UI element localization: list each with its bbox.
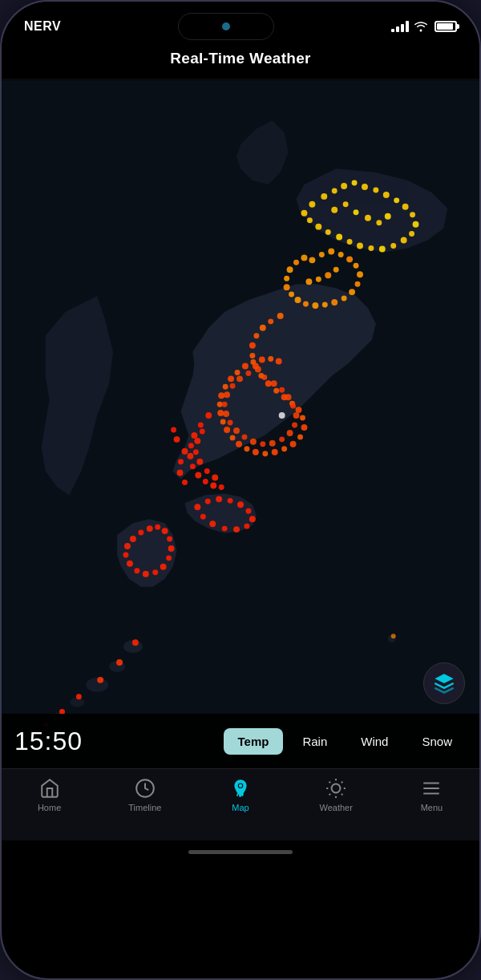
svg-point-104 — [187, 453, 193, 460]
svg-point-146 — [222, 526, 228, 532]
svg-point-140 — [228, 498, 233, 504]
filter-snow-button[interactable]: Snow — [407, 728, 467, 755]
nav-item-home[interactable]: Home — [2, 777, 97, 812]
svg-point-178 — [279, 412, 285, 419]
svg-point-31 — [301, 210, 307, 217]
svg-point-75 — [296, 407, 302, 413]
svg-point-144 — [244, 524, 249, 529]
svg-point-186 — [332, 784, 341, 793]
nav-item-timeline[interactable]: Timeline — [97, 777, 192, 812]
nav-item-map[interactable]: Map — [192, 777, 288, 812]
nav-item-menu[interactable]: Menu — [384, 777, 479, 812]
svg-point-29 — [315, 224, 321, 230]
svg-point-67 — [249, 342, 256, 349]
svg-point-68 — [249, 353, 255, 358]
svg-point-101 — [198, 423, 204, 428]
svg-point-138 — [205, 499, 211, 504]
timeline-icon — [134, 777, 156, 800]
nav-item-weather[interactable]: Weather — [289, 777, 384, 812]
svg-point-124 — [147, 525, 153, 532]
svg-point-125 — [155, 524, 160, 530]
filter-rain-button[interactable]: Rain — [288, 728, 342, 755]
svg-point-40 — [328, 248, 334, 254]
svg-point-17 — [402, 204, 409, 210]
svg-point-22 — [390, 243, 396, 249]
svg-point-173 — [224, 391, 230, 398]
svg-point-182 — [238, 784, 242, 788]
svg-point-163 — [287, 430, 293, 436]
svg-point-129 — [166, 555, 172, 561]
svg-point-24 — [368, 245, 374, 251]
home-bar — [188, 850, 293, 854]
filter-temp-button[interactable]: Temp — [224, 728, 284, 755]
svg-point-126 — [162, 528, 168, 534]
dynamic-island — [178, 13, 274, 40]
svg-point-103 — [188, 443, 194, 448]
svg-point-110 — [212, 475, 218, 481]
svg-point-13 — [362, 184, 368, 190]
svg-point-66 — [253, 333, 259, 338]
svg-point-169 — [233, 427, 240, 434]
svg-point-32 — [354, 209, 359, 215]
svg-point-167 — [250, 439, 257, 445]
battery-icon — [435, 21, 457, 32]
nav-label-map: Map — [232, 803, 249, 812]
phone-frame: NERV Real-Time Weathe — [0, 0, 481, 980]
svg-line-183 — [237, 794, 238, 796]
svg-point-55 — [284, 276, 289, 281]
svg-point-14 — [373, 187, 378, 192]
svg-point-107 — [203, 479, 208, 484]
svg-point-157 — [271, 380, 277, 387]
svg-point-145 — [233, 526, 240, 533]
svg-point-20 — [409, 231, 414, 237]
svg-point-58 — [301, 254, 307, 261]
svg-point-149 — [132, 639, 139, 646]
svg-point-108 — [210, 483, 216, 489]
svg-point-4 — [86, 678, 108, 692]
svg-point-83 — [253, 449, 259, 456]
svg-point-112 — [196, 459, 203, 465]
svg-point-116 — [181, 448, 188, 455]
svg-point-28 — [325, 229, 331, 235]
svg-point-12 — [352, 180, 358, 186]
svg-point-72 — [273, 388, 279, 394]
svg-point-128 — [168, 545, 175, 552]
svg-point-47 — [342, 296, 347, 302]
svg-point-86 — [230, 435, 236, 440]
svg-point-85 — [236, 441, 242, 447]
svg-line-194 — [342, 782, 343, 784]
svg-point-46 — [349, 289, 355, 295]
svg-point-115 — [200, 428, 205, 434]
map-container[interactable]: 15:50 Temp Rain Wind Snow — [2, 79, 479, 768]
svg-point-33 — [365, 215, 371, 221]
svg-point-162 — [292, 423, 297, 428]
svg-point-39 — [319, 252, 325, 257]
svg-point-180 — [391, 634, 396, 638]
svg-point-84 — [244, 446, 249, 452]
svg-point-18 — [410, 212, 415, 217]
svg-point-42 — [346, 256, 353, 262]
svg-point-130 — [160, 564, 167, 570]
wifi-icon — [414, 21, 428, 32]
svg-point-133 — [134, 568, 139, 573]
weather-icon — [325, 777, 347, 800]
page-title-bar: Real-Time Weather — [2, 43, 479, 79]
nav-label-weather: Weather — [320, 803, 353, 812]
svg-point-76 — [300, 415, 305, 421]
dynamic-island-camera — [222, 22, 230, 30]
svg-point-50 — [312, 302, 318, 309]
svg-point-37 — [331, 207, 338, 213]
filter-wind-button[interactable]: Wind — [346, 728, 402, 755]
svg-point-165 — [269, 440, 276, 447]
svg-point-166 — [260, 441, 265, 447]
svg-point-95 — [242, 363, 249, 370]
svg-point-52 — [295, 297, 301, 303]
layers-button[interactable] — [423, 662, 465, 704]
svg-point-71 — [265, 380, 272, 387]
page-title: Real-Time Weather — [2, 50, 479, 67]
time-display: 15:50 — [14, 727, 87, 756]
carrier-text: NERV — [24, 19, 61, 34]
svg-point-175 — [236, 375, 243, 382]
menu-icon — [420, 777, 443, 800]
svg-point-78 — [297, 434, 303, 439]
